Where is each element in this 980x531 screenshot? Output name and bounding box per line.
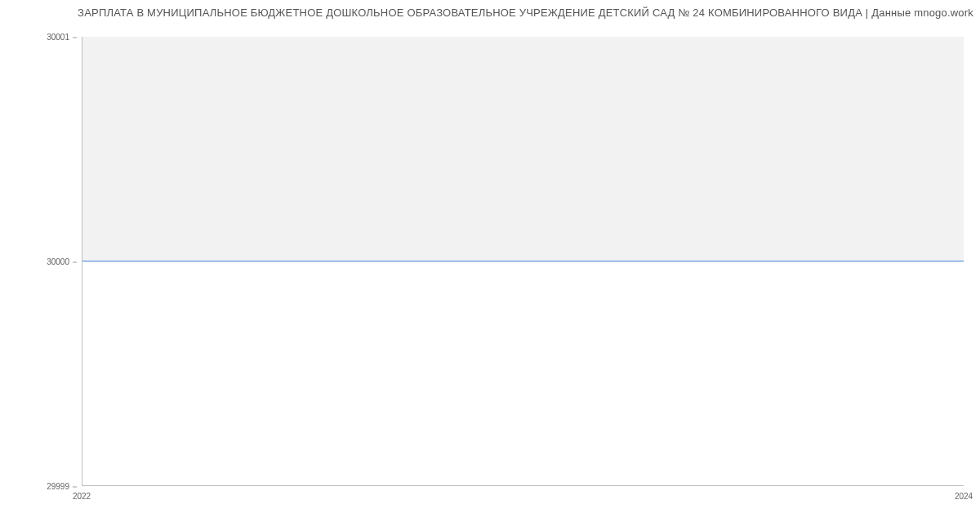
plot-area [82, 37, 964, 486]
x-tick-label: 2022 [73, 492, 91, 501]
y-tick-bottom: 29999 [47, 482, 77, 491]
tick-mark [73, 37, 77, 38]
y-tick-label: 29999 [47, 482, 69, 491]
x-tick-left: 2022 [73, 492, 91, 501]
axis-x [82, 485, 964, 486]
y-tick-label: 30000 [47, 257, 69, 266]
axis-y [82, 37, 82, 486]
chart-title: ЗАРПЛАТА В МУНИЦИПАЛЬНОЕ БЮДЖЕТНОЕ ДОШКО… [0, 7, 973, 19]
y-tick-top: 30001 [47, 33, 77, 42]
tick-mark [73, 486, 77, 487]
tick-mark [73, 261, 77, 262]
plot-bg-band [82, 37, 964, 261]
y-tick-label: 30001 [47, 33, 69, 42]
y-tick-mid: 30000 [47, 257, 77, 266]
x-tick-label: 2024 [955, 492, 973, 501]
chart-container: ЗАРПЛАТА В МУНИЦИПАЛЬНОЕ БЮДЖЕТНОЕ ДОШКО… [0, 0, 980, 531]
series-line-salary [82, 261, 964, 261]
x-tick-right: 2024 [955, 492, 973, 501]
